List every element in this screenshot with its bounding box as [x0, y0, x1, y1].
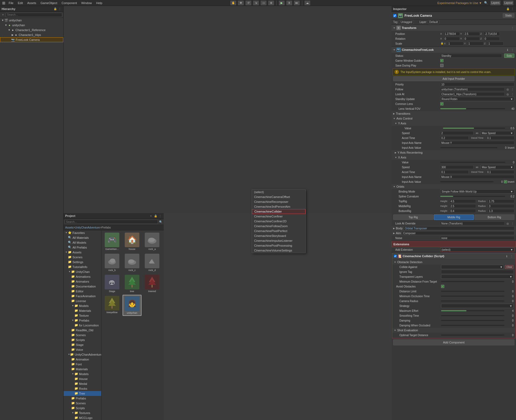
menu-gameobject[interactable]: GameObject [40, 1, 58, 5]
pos-x-field[interactable]: 1.278034 [443, 32, 460, 36]
priority-field[interactable]: 10 [440, 82, 514, 86]
look-at-override-target-btn[interactable]: ◎ [506, 221, 510, 225]
tree-animation-uca[interactable]: 📁 Animation [64, 357, 101, 362]
layout-dropdown[interactable]: Layout [503, 0, 514, 6]
tag-dropdown[interactable]: Untagged [399, 20, 413, 24]
ignore-tag-field[interactable] [441, 270, 514, 274]
dropdown-item-follow-zoom[interactable]: CinemachineFollowZoom [252, 224, 305, 229]
static-button[interactable]: Static [503, 13, 514, 18]
y-speed-type-dropdown[interactable]: Max Speed ▼ [481, 131, 514, 135]
tree-license[interactable]: 📁 License [64, 299, 101, 303]
tree-tree[interactable]: 📁 Tree [64, 391, 101, 396]
tree-prefabs-uc[interactable]: ▼ 📁 Prefabs [64, 318, 101, 323]
axis-control-foldout[interactable]: ▼ Axis Control [392, 116, 516, 121]
project-add-btn[interactable]: + [149, 214, 153, 218]
hierarchy-add-btn[interactable]: + [1, 13, 5, 17]
camera-radius-slider[interactable]: 0 [441, 300, 514, 303]
collider-header[interactable]: 📜 Cinemachine Collider (Script) ℹ ⋮ [392, 253, 515, 259]
look-at-field[interactable]: Character1_Hips (Transform) [440, 92, 505, 96]
file-treered[interactable]: treered [143, 274, 162, 294]
tree-all-materials[interactable]: 🔍 All Materials [64, 235, 101, 240]
save-during-play-checkbox[interactable] [440, 64, 443, 67]
transitions-foldout[interactable]: ▶ Transitions [392, 111, 516, 116]
rot-y-field[interactable]: 0 [464, 37, 480, 41]
play-btn[interactable]: ▶ [278, 0, 285, 6]
y-input-slider[interactable]: 0 [440, 146, 507, 149]
obstacle-detection-foldout[interactable]: ▼ Obstacle Detection [392, 260, 515, 264]
file-stage[interactable]: 🏟 Stage [103, 274, 121, 294]
inspector-menu-btn[interactable]: ⋮ [511, 7, 514, 11]
hierarchy-menu-btn[interactable]: ⋮ [58, 7, 62, 11]
menu-component[interactable]: Component [60, 1, 78, 5]
y-input-axis-name-field[interactable]: Mouse Y [440, 141, 514, 145]
shot-evaluation-foldout[interactable]: ▼ Shot Evaluation [392, 328, 515, 333]
damping-occluded-slider[interactable]: 0 [441, 324, 514, 327]
spline-curvature-slider[interactable]: 0.2 [440, 195, 514, 198]
tree-mcclogo[interactable]: 📁 MCCLogo [64, 415, 101, 420]
menu-window[interactable]: Window [80, 1, 93, 5]
project-lock-btn[interactable]: 🔒 [154, 214, 157, 218]
rect-tool[interactable]: ▭ [260, 0, 267, 6]
project-search-icon[interactable]: 🔍 [159, 220, 163, 224]
dropdown-item-post-processing[interactable]: CinemachinePostProcessing [252, 243, 305, 248]
tree-font-uca[interactable]: 📁 Font [64, 362, 101, 367]
scale-x-field[interactable]: 1 [447, 42, 464, 45]
look-at-target-btn[interactable]: ◎ [506, 92, 510, 96]
tree-scenes-uca[interactable]: 📁 Scenes [64, 401, 101, 406]
look-at-override-field[interactable]: None (Transform) [440, 221, 505, 225]
path-prefabs[interactable]: Prefabs [101, 226, 111, 229]
x-speed-field[interactable]: 300 [440, 165, 474, 169]
dropdown-item-recomposer[interactable]: CinemachineRecomposer [252, 199, 305, 204]
rotate-tool[interactable]: ↺ [245, 0, 252, 6]
bottom-rig-height[interactable]: 0.4 [449, 209, 476, 213]
tree-all-models[interactable]: 🔍 All Models [64, 240, 101, 245]
tree-tutorialinfo[interactable]: 📁 TutorialInfo [64, 264, 101, 269]
look-at-menu-btn[interactable]: ⋮ [511, 92, 514, 96]
collider-info-btn[interactable]: ℹ [505, 254, 509, 258]
tree-materials-uca[interactable]: 📁 Materials [64, 367, 101, 372]
add-input-provider-btn[interactable]: Add Input Provider [393, 76, 514, 81]
collider-menu-btn[interactable]: ⋮ [510, 254, 514, 258]
damping-slider[interactable]: 0 [441, 319, 514, 322]
tree-documentation[interactable]: 📁 Documentation [64, 284, 101, 289]
tree-scenes[interactable]: 📁 Scenes [64, 255, 101, 260]
orbits-foldout[interactable]: ▼ Orbits [392, 184, 516, 189]
inspector-lock-btn[interactable]: 🔒 [506, 7, 510, 11]
middle-rig-radius[interactable]: 3 [488, 204, 514, 208]
game-window-guides-checkbox[interactable]: ✓ [440, 59, 443, 62]
min-occlusion-slider[interactable]: 0 [441, 295, 514, 298]
top-rig-height[interactable]: 4.5 [449, 199, 476, 203]
file-rock-a[interactable]: rock_a [143, 232, 162, 252]
top-rig-btn[interactable]: Top Rig [393, 214, 433, 220]
object-active-checkbox[interactable] [393, 14, 396, 17]
hierarchy-character-hips[interactable]: ▶ ● Character1_Hips [0, 32, 63, 37]
hierarchy-scene-item[interactable]: ▼ 🎬 unitychan [0, 18, 63, 23]
tree-unitychan[interactable]: ▼ 📁 UnityChan [64, 269, 101, 274]
transform-header[interactable]: ▼ ⊕ Transform ⋮ [392, 25, 516, 31]
cinemachine-header[interactable]: ▼ 📷 CinemachineFreeLook ℹ ⋮ [392, 47, 516, 53]
y-accel-field[interactable]: 0.2 [440, 136, 469, 140]
x-speed-type-dropdown[interactable]: Max Speed ▼ [481, 165, 514, 169]
project-menu-btn[interactable]: ⋮ [158, 214, 162, 218]
solo-button[interactable]: Solo [504, 54, 514, 58]
transform-menu-btn[interactable]: ⋮ [511, 26, 514, 30]
body-foldout[interactable]: ▶ Body Orbital Transposer [392, 226, 516, 231]
look-at-override-menu-btn[interactable]: ⋮ [511, 221, 514, 225]
follow-target-btn[interactable]: ◎ [506, 87, 510, 91]
tree-prefabs-uca[interactable]: 📁 Prefabs [64, 396, 101, 401]
menu-file[interactable]: File [8, 1, 15, 5]
hierarchy-character-reference[interactable]: ▼ ● Character1_Reference [0, 28, 63, 32]
middle-rig-height[interactable]: 2.5 [449, 204, 476, 208]
common-lens-checkbox[interactable]: ✓ [440, 102, 443, 105]
dropdown-item-collider[interactable]: CinemachineCollider [252, 209, 305, 214]
top-rig-radius[interactable]: 1.75 [488, 199, 514, 203]
tree-models[interactable]: ▼ 📁 Models [64, 303, 101, 308]
tree-rocks[interactable]: 📁 Rocks [64, 386, 101, 391]
standby-update-dropdown[interactable]: Round Robin ▼ [440, 97, 514, 101]
layers-dropdown[interactable]: Layers [490, 0, 501, 6]
scale-tool[interactable]: ⇲ [253, 0, 259, 6]
move-tool[interactable]: ✥ [238, 0, 244, 6]
dropdown-item-camera-offset[interactable]: CinemachineCameraOffset [252, 194, 305, 199]
tree-unitychanadventure[interactable]: ▼ 📁 UnityChanAdventure [64, 352, 101, 357]
dropdown-item-3rd-person[interactable]: Cinemachine3rdPersonAim [252, 204, 305, 209]
